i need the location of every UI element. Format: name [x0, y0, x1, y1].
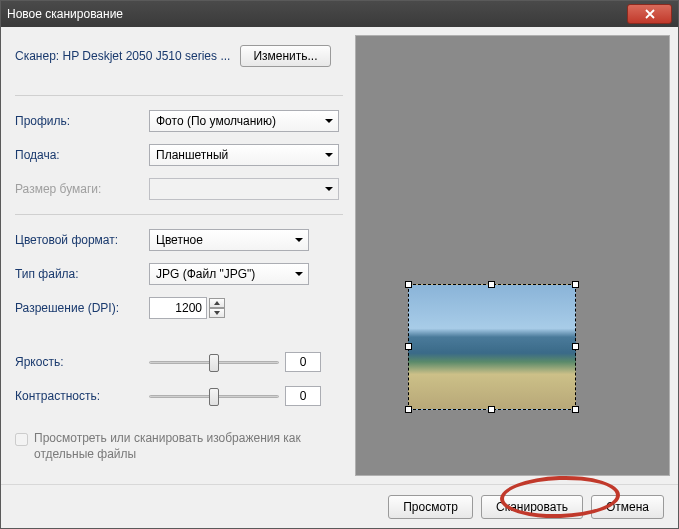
- source-row: Подача: Планшетный: [15, 144, 343, 166]
- chevron-up-icon: [214, 301, 220, 305]
- window-title: Новое сканирование: [7, 7, 627, 21]
- file-type-label: Тип файла:: [15, 267, 143, 281]
- preview-selection[interactable]: [408, 284, 576, 410]
- close-button[interactable]: [627, 4, 672, 24]
- profile-label: Профиль:: [15, 114, 143, 128]
- profile-select[interactable]: Фото (По умолчанию): [149, 110, 339, 132]
- separate-files-label: Просмотреть или сканировать изображения …: [34, 431, 343, 462]
- separate-files-checkbox: [15, 433, 28, 446]
- cancel-button[interactable]: Отмена: [591, 495, 664, 519]
- color-format-select[interactable]: Цветное: [149, 229, 309, 251]
- selection-handle[interactable]: [488, 406, 495, 413]
- change-scanner-button[interactable]: Изменить...: [240, 45, 330, 67]
- slider-thumb[interactable]: [209, 388, 219, 406]
- contrast-value: 0: [285, 386, 321, 406]
- selection-handle[interactable]: [572, 406, 579, 413]
- paper-size-label: Размер бумаги:: [15, 182, 143, 196]
- content-area: Сканер: HP Deskjet 2050 J510 series ... …: [1, 27, 678, 484]
- scanner-label: Сканер: HP Deskjet 2050 J510 series ...: [15, 49, 230, 63]
- source-select[interactable]: Планшетный: [149, 144, 339, 166]
- resolution-down-button[interactable]: [209, 308, 225, 318]
- selection-handle[interactable]: [405, 281, 412, 288]
- brightness-label: Яркость:: [15, 355, 143, 369]
- bottom-bar: Просмотр Сканировать Отмена: [1, 484, 678, 528]
- color-format-label: Цветовой формат:: [15, 233, 143, 247]
- divider: [15, 214, 343, 215]
- scanner-row: Сканер: HP Deskjet 2050 J510 series ... …: [15, 45, 343, 67]
- paper-size-select: [149, 178, 339, 200]
- source-label: Подача:: [15, 148, 143, 162]
- selection-handle[interactable]: [572, 343, 579, 350]
- preview-panel[interactable]: [355, 35, 670, 476]
- slider-thumb[interactable]: [209, 354, 219, 372]
- contrast-row: Контрастность: 0: [15, 385, 343, 407]
- settings-panel: Сканер: HP Deskjet 2050 J510 series ... …: [9, 35, 349, 476]
- chevron-down-icon: [214, 311, 220, 315]
- brightness-slider[interactable]: [149, 351, 279, 373]
- scan-button[interactable]: Сканировать: [481, 495, 583, 519]
- brightness-row: Яркость: 0: [15, 351, 343, 373]
- preview-button[interactable]: Просмотр: [388, 495, 473, 519]
- resolution-label: Разрешение (DPI):: [15, 301, 143, 315]
- close-icon: [645, 9, 655, 19]
- selection-handle[interactable]: [405, 406, 412, 413]
- contrast-label: Контрастность:: [15, 389, 143, 403]
- titlebar: Новое сканирование: [1, 1, 678, 27]
- selection-handle[interactable]: [572, 281, 579, 288]
- resolution-input[interactable]: [149, 297, 207, 319]
- resolution-up-button[interactable]: [209, 298, 225, 308]
- resolution-row: Разрешение (DPI):: [15, 297, 343, 319]
- selection-handle[interactable]: [405, 343, 412, 350]
- paper-size-row: Размер бумаги:: [15, 178, 343, 200]
- selection-handle[interactable]: [488, 281, 495, 288]
- resolution-spinner: [149, 297, 225, 319]
- scan-dialog: Новое сканирование Сканер: HP Deskjet 20…: [0, 0, 679, 529]
- contrast-slider[interactable]: [149, 385, 279, 407]
- file-type-select[interactable]: JPG (Файл "JPG"): [149, 263, 309, 285]
- separate-files-row: Просмотреть или сканировать изображения …: [15, 431, 343, 462]
- file-type-row: Тип файла: JPG (Файл "JPG"): [15, 263, 343, 285]
- color-format-row: Цветовой формат: Цветное: [15, 229, 343, 251]
- divider: [15, 95, 343, 96]
- profile-row: Профиль: Фото (По умолчанию): [15, 110, 343, 132]
- brightness-value: 0: [285, 352, 321, 372]
